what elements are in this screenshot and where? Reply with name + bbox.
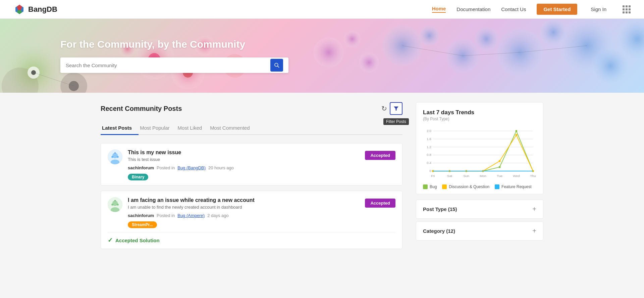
search-input[interactable] [66, 62, 270, 68]
right-panel: Last 7 days Trends (By Post Type) 0 0.4 … [416, 102, 543, 254]
svg-line-33 [278, 66, 279, 68]
posts-title: Recent Community Posts [101, 105, 182, 113]
post-accepted-button-1[interactable]: Accepted [365, 151, 395, 160]
svg-point-38 [111, 156, 113, 158]
posts-tabs: Latest Posts Most Popular Most Liked Mos… [101, 122, 402, 135]
post-title-2[interactable]: I am facing an issue while creating a ne… [128, 197, 360, 203]
svg-point-5 [60, 73, 87, 93]
svg-text:Sun: Sun [463, 174, 469, 178]
hero-section: For the Community, by the Community [0, 19, 644, 93]
post-accepted-button-2[interactable]: Accepted [365, 199, 395, 208]
legend-label-bug: Bug [430, 184, 437, 189]
sign-in-link[interactable]: Sign In [591, 6, 606, 12]
trends-chart: 0 0.4 0.8 1.2 1.6 2.0 Fri Sat Sun Mon Tu… [423, 127, 536, 180]
category-filter-header[interactable]: Category (12) + [423, 227, 536, 235]
post-meta-1: sachinforum Posted in Bug (BangDB) 20 ho… [128, 165, 360, 170]
legend-bug: Bug [423, 184, 437, 189]
legend-dot-feature [495, 184, 499, 189]
svg-text:0: 0 [429, 169, 431, 173]
post-time-1: 20 hours ago [208, 165, 234, 170]
post-body-1: This is my new issue This is test issue … [128, 150, 360, 180]
navbar-links: Home Documentation Contact Us Get Starte… [432, 4, 631, 15]
svg-point-78 [515, 134, 517, 136]
refresh-button[interactable]: ↻ [381, 104, 387, 113]
post-excerpt-1: This is test issue [128, 157, 360, 162]
category-filter: Category (12) + [416, 221, 543, 241]
tab-most-liked[interactable]: Most Liked [176, 122, 209, 135]
trends-subtitle: (By Post Type) [423, 117, 536, 121]
svg-text:1.2: 1.2 [427, 145, 431, 149]
post-posted-label-1: Posted in [157, 165, 175, 170]
legend-discussion: Discussion & Question [442, 184, 489, 189]
accepted-solution-2: ✓ Accepted Solution [108, 232, 395, 244]
svg-point-44 [111, 204, 113, 206]
logo-text: BangDB [28, 5, 57, 14]
filter-button[interactable] [390, 102, 402, 115]
legend-dot-bug [423, 184, 428, 189]
post-type-count: (15) [448, 206, 457, 212]
legend-label-feature: Feature Request [501, 184, 531, 189]
post-category-2[interactable]: Bug (Ampere) [177, 213, 205, 218]
post-title-1[interactable]: This is my new issue [128, 150, 360, 156]
posts-header-actions: ↻ Filter Posts [381, 102, 402, 115]
search-button[interactable] [270, 59, 283, 72]
svg-point-40 [114, 152, 116, 154]
svg-point-39 [117, 156, 119, 158]
category-filter-title: Category (12) [423, 228, 455, 234]
svg-point-46 [114, 200, 116, 201]
post-type-filter: Post Type (15) + [416, 200, 543, 219]
svg-marker-34 [394, 107, 398, 111]
svg-text:0.4: 0.4 [427, 161, 431, 165]
grid-apps-icon[interactable] [623, 5, 631, 13]
trends-card: Last 7 days Trends (By Post Type) 0 0.4 … [416, 102, 543, 194]
svg-text:Mon: Mon [480, 174, 486, 178]
legend-label-discussion: Discussion & Question [449, 184, 489, 189]
svg-text:Wed: Wed [513, 174, 520, 178]
post-avatar-1 [108, 150, 122, 164]
tab-latest-posts[interactable]: Latest Posts [101, 122, 139, 135]
category-label: Category [423, 228, 445, 234]
svg-point-6 [69, 81, 79, 91]
post-body-2: I am facing an issue while creating a ne… [128, 197, 360, 228]
post-posted-label-2: Posted in [157, 213, 175, 218]
hero-content: For the Community, by the Community [0, 39, 644, 73]
filter-icon [393, 105, 399, 112]
filter-tooltip: Filter Posts [383, 118, 409, 125]
category-expand-icon[interactable]: + [532, 227, 536, 235]
accepted-solution-label[interactable]: Accepted Solution [115, 238, 160, 243]
trends-title: Last 7 days Trends [423, 109, 536, 116]
post-type-expand-icon[interactable]: + [532, 205, 536, 213]
tab-most-popular[interactable]: Most Popular [139, 122, 176, 135]
svg-point-71 [515, 130, 517, 132]
nav-documentation[interactable]: Documentation [457, 6, 490, 12]
post-author-1: sachinforum [128, 165, 154, 170]
bangdb-logo-icon [13, 3, 25, 15]
main-content: Recent Community Posts ↻ Filter Posts La… [87, 93, 557, 264]
post-type-label: Post Type [423, 206, 447, 212]
post-type-filter-title: Post Type (15) [423, 206, 457, 212]
chart-legend: Bug Discussion & Question Feature Reques… [423, 184, 536, 189]
post-category-1[interactable]: Bug (BangDB) [177, 165, 206, 170]
post-tag-1[interactable]: Binary [128, 174, 148, 180]
post-time-2: 2 days ago [207, 213, 229, 218]
get-started-button[interactable]: Get Started [537, 4, 577, 15]
search-bar [60, 57, 288, 73]
svg-text:Tue: Tue [497, 174, 502, 178]
nav-home[interactable]: Home [432, 6, 446, 13]
post-excerpt-2: I am unable to find the newly created ac… [128, 205, 360, 210]
post-tag-2[interactable]: StreamPr... [128, 221, 157, 228]
svg-text:0.8: 0.8 [427, 153, 431, 157]
tab-most-commented[interactable]: Most Commented [209, 122, 256, 135]
post-avatar-2 [108, 197, 122, 212]
post-type-filter-header[interactable]: Post Type (15) + [423, 205, 536, 213]
hero-title: For the Community, by the Community [60, 39, 644, 50]
navbar: BangDB Home Documentation Contact Us Get… [0, 0, 644, 19]
post-meta-2: sachinforum Posted in Bug (Ampere) 2 day… [128, 213, 360, 218]
posts-panel: Recent Community Posts ↻ Filter Posts La… [101, 102, 402, 254]
logo[interactable]: BangDB [13, 3, 57, 15]
svg-text:2.0: 2.0 [427, 129, 431, 133]
svg-point-45 [117, 204, 119, 206]
svg-text:1.6: 1.6 [427, 137, 431, 141]
svg-point-77 [499, 160, 501, 162]
nav-contact[interactable]: Contact Us [501, 6, 526, 12]
